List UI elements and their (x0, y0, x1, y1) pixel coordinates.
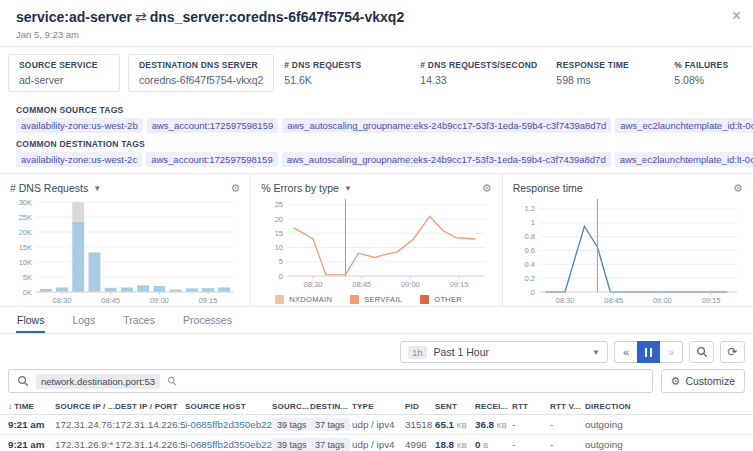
chevron-down-icon[interactable]: ▼ (93, 184, 101, 193)
tag-chip[interactable]: availability-zone:us-west-2b (16, 118, 143, 133)
chart-title: # DNS Requests (10, 182, 88, 194)
dest-tags-chip[interactable]: 37 tags (310, 438, 350, 451)
cell-received: 36.8 KB (475, 419, 512, 430)
search-icon-inline (167, 376, 177, 386)
chart-legend: NXDOMAIN SERVFAIL OTHER (261, 293, 491, 304)
stat-destination-dns-server[interactable]: DESTINATION DNS SERVER coredns-6f647f575… (128, 54, 274, 92)
time-range-select[interactable]: 1h Past 1 Hour ▼ (400, 341, 608, 363)
tag-chip[interactable]: aws_autoscaling_groupname:eks-24b9cc17-5… (282, 118, 611, 133)
column-header-time[interactable]: ↓TIME (8, 402, 55, 411)
swap-arrows-icon: ⇄ (132, 9, 150, 25)
cell-direction: outgoing (585, 419, 753, 430)
svg-text:5K: 5K (23, 273, 32, 282)
gear-icon[interactable]: ⚙ (230, 182, 240, 195)
column-header-rtt-var[interactable]: RTT V... (550, 402, 585, 411)
column-header-received[interactable]: RECEI... (475, 402, 512, 411)
column-header-sent[interactable]: SENT (435, 402, 475, 411)
dns-requests-bar-chart[interactable]: 0K5K10K15K20K25K30K08:3008:4509:0009:15 (10, 197, 239, 305)
gear-icon: ⚙ (671, 375, 681, 388)
customize-button[interactable]: ⚙ Customize (661, 369, 745, 393)
stat-dns-requests-per-second: # DNS REQUESTS/SECOND 14.33 (418, 56, 546, 90)
svg-text:09:00: 09:00 (150, 296, 169, 305)
stat-label: RESPONSE TIME (556, 60, 662, 70)
column-header-dest-tags[interactable]: DESTIN... (310, 402, 352, 411)
source-tags-chip[interactable]: 39 tags (272, 418, 310, 431)
gear-icon[interactable]: ⚙ (482, 182, 492, 195)
column-header-source-tags[interactable]: SOURC... (272, 402, 310, 411)
tag-chip[interactable]: availability-zone:us-west-2c (16, 152, 142, 167)
svg-text:0: 0 (530, 288, 534, 297)
time-range-badge: 1h (408, 346, 427, 359)
tab-logs[interactable]: Logs (71, 309, 96, 333)
column-header-rtt[interactable]: RTT (512, 402, 550, 411)
errors-line-chart[interactable]: 051015202508:3008:4509:0009:15 (261, 197, 490, 289)
svg-text:09:15: 09:15 (701, 296, 720, 305)
svg-text:0.6: 0.6 (524, 246, 534, 255)
chevron-down-icon[interactable]: ▼ (344, 184, 352, 193)
chart-title: Response time (513, 182, 583, 194)
search-icon (17, 375, 29, 387)
cell-source-host-link[interactable]: i-0685ffb2d350eb223 (185, 419, 272, 430)
refresh-button[interactable]: ⟳ (720, 341, 745, 363)
pause-button[interactable] (637, 341, 660, 363)
cell-source-host-link[interactable]: i-0685ffb2d350eb223 (185, 439, 272, 450)
column-header-type[interactable]: TYPE (352, 402, 405, 411)
legend-swatch (350, 295, 359, 304)
stat-source-service[interactable]: SOURCE SERVICE ad-server (8, 54, 120, 92)
dest-tags-chip[interactable]: 37 tags (310, 418, 350, 431)
svg-text:08:45: 08:45 (101, 296, 120, 305)
svg-text:08:45: 08:45 (604, 296, 623, 305)
zoom-button[interactable] (689, 341, 714, 363)
tab-traces[interactable]: Traces (122, 309, 156, 333)
stat-label: # DNS REQUESTS/SECOND (420, 60, 544, 70)
response-time-line-chart[interactable]: 00.20.40.60.811.208:3008:4509:0009:15 (513, 197, 742, 305)
svg-text:5: 5 (279, 257, 283, 266)
column-header-direction[interactable]: DIRECTION (585, 402, 753, 411)
svg-text:08:30: 08:30 (304, 280, 323, 289)
source-tags-chip[interactable]: 39 tags (272, 438, 310, 451)
svg-text:1.2: 1.2 (524, 204, 534, 213)
stat-label: SOURCE SERVICE (19, 60, 109, 70)
stat-value: 5.08% (674, 74, 728, 86)
tag-chip[interactable]: aws_ec2launchtemplate_id:lt-0cf1c150dddb… (615, 118, 753, 133)
cell-direction: outgoing (585, 439, 753, 450)
cell-sent: 65.1 KB (435, 419, 475, 430)
legend-swatch (420, 295, 429, 304)
svg-text:0.2: 0.2 (524, 274, 534, 283)
search-row: network.destination.port:53 ⚙ Customize (0, 367, 753, 399)
svg-text:09:00: 09:00 (653, 296, 672, 305)
table-row[interactable]: 9:21 am 172.31.24.76:* 172.31.14.226:53 … (0, 415, 753, 435)
cell-rtt-var: - (550, 439, 585, 450)
tab-processes[interactable]: Processes (182, 309, 233, 333)
svg-text:10: 10 (275, 243, 283, 252)
forward-button[interactable]: » (660, 341, 683, 363)
tag-chip[interactable]: aws_ec2launchtemplate_id:lt-0cf1c150dddb… (615, 152, 753, 167)
time-range-label: Past 1 Hour (434, 346, 489, 358)
column-header-dest-ip[interactable]: DEST IP / PORT (115, 402, 185, 411)
column-header-source-ip[interactable]: SOURCE IP / ... (55, 402, 115, 411)
svg-text:15: 15 (275, 229, 283, 238)
stat-value: coredns-6f647f5754-vkxq2 (139, 74, 263, 86)
table-row[interactable]: 9:21 am 172.31.26.9:* 172.31.14.226:53 i… (0, 435, 753, 451)
legend-label: OTHER (434, 295, 462, 304)
rewind-button[interactable]: « (614, 341, 637, 363)
search-input[interactable]: network.destination.port:53 (8, 369, 653, 393)
cell-source-ip: 172.31.24.76:* (55, 419, 115, 430)
svg-text:08:45: 08:45 (353, 280, 372, 289)
tab-flows[interactable]: Flows (16, 309, 45, 333)
tag-chip[interactable]: aws_account:172597598159 (147, 118, 279, 133)
svg-text:09:15: 09:15 (450, 280, 469, 289)
svg-text:10K: 10K (19, 258, 32, 267)
column-header-source-host[interactable]: SOURCE HOST (185, 402, 272, 411)
tag-chip[interactable]: aws_autoscaling_groupname:eks-24b9cc17-5… (282, 152, 611, 167)
column-header-pid[interactable]: PID (405, 402, 435, 411)
close-icon[interactable]: × (732, 8, 741, 24)
search-facet-chip[interactable]: network.destination.port:53 (36, 374, 160, 389)
page-title: service:ad-server⇄dns_server:coredns-6f6… (16, 9, 737, 25)
cell-source-ip: 172.31.26.9:* (55, 439, 115, 450)
gear-icon[interactable]: ⚙ (733, 182, 743, 195)
charts-row: # DNS Requests ▼ ⚙ 0K5K10K15K20K25K30K08… (0, 173, 753, 307)
svg-text:0.8: 0.8 (524, 232, 534, 241)
stat-value: 51.6K (284, 74, 408, 86)
tag-chip[interactable]: aws_account:172597598159 (146, 152, 278, 167)
